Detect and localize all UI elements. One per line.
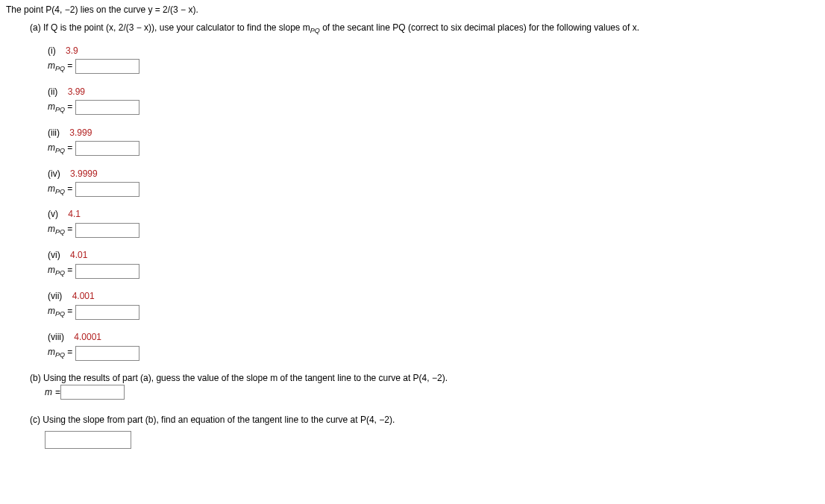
part-a-text: (a) If Q is the point (x, 2/(3 − x)), us…: [30, 22, 310, 33]
part-c-text: (c) Using the slope from part (b), find …: [30, 413, 819, 426]
item-i: (i) 3.9 mPQ =: [48, 44, 819, 75]
item-vi: (vi) 4.01 mPQ =: [48, 248, 819, 279]
mpq-label: mPQ =: [48, 141, 72, 157]
roman-numeral: (vii): [48, 291, 62, 301]
item-iv: (iv) 3.9999 mPQ =: [48, 167, 819, 198]
part-c: (c) Using the slope from part (b), find …: [30, 413, 819, 449]
mpq-line: mPQ =: [48, 222, 819, 238]
answer-input-v[interactable]: [75, 223, 139, 238]
x-value: 3.99: [68, 86, 85, 97]
item-label: (vi) 4.01: [48, 248, 819, 262]
mpq-label: mPQ =: [48, 263, 72, 279]
part-c-input-wrap: [45, 431, 819, 449]
roman-numeral: (vi): [48, 250, 60, 260]
item-vii: (vii) 4.001 mPQ =: [48, 289, 819, 320]
part-a-tail: of the secant line PQ (correct to six de…: [320, 22, 639, 33]
mpq-line: mPQ =: [48, 263, 819, 279]
mpq-line: mPQ =: [48, 100, 819, 116]
m-line: m =: [45, 385, 819, 400]
part-b-text: (b) Using the results of part (a), guess…: [30, 371, 819, 385]
item-label: (ii) 3.99: [48, 85, 819, 98]
part-a-prompt: (a) If Q is the point (x, 2/(3 − x)), us…: [30, 21, 819, 37]
x-value: 4.0001: [74, 332, 101, 342]
answer-input-viii[interactable]: [75, 346, 139, 361]
x-value: 4.01: [70, 250, 87, 260]
mpq-line: mPQ =: [48, 182, 819, 198]
answer-input-vi[interactable]: [75, 264, 139, 279]
x-value: 3.999: [69, 127, 92, 138]
roman-numeral: (v): [48, 209, 58, 219]
answer-input-ii[interactable]: [75, 100, 139, 115]
roman-numeral: (viii): [48, 332, 64, 342]
roman-numeral: (iii): [48, 127, 60, 138]
mpq-line: mPQ =: [48, 304, 819, 320]
m-label: m: [45, 385, 52, 399]
item-label: (viii) 4.0001: [48, 330, 819, 344]
answer-input-iv[interactable]: [75, 182, 139, 197]
item-v: (v) 4.1 mPQ =: [48, 207, 819, 238]
x-value: 4.1: [68, 209, 81, 219]
answer-input-vii[interactable]: [75, 305, 139, 320]
item-viii: (viii) 4.0001 mPQ =: [48, 330, 819, 361]
answer-input-m[interactable]: [60, 385, 125, 400]
mpq-label: mPQ =: [48, 59, 72, 75]
part-a-sub: PQ: [310, 27, 320, 34]
x-value: 3.9999: [70, 168, 98, 179]
part-b: (b) Using the results of part (a), guess…: [30, 371, 819, 400]
item-label: (iii) 3.999: [48, 126, 819, 139]
mpq-label: mPQ =: [48, 345, 72, 361]
problem-intro: The point P(4, −2) lies on the curve y =…: [6, 3, 819, 16]
mpq-label: mPQ =: [48, 304, 72, 320]
mpq-label: mPQ =: [48, 182, 72, 198]
answer-input-iii[interactable]: [75, 141, 139, 156]
eq-sign: =: [55, 385, 60, 399]
answer-input-tangent[interactable]: [45, 431, 131, 449]
mpq-label: mPQ =: [48, 100, 72, 116]
item-iii: (iii) 3.999 mPQ =: [48, 126, 819, 157]
item-label: (vii) 4.001: [48, 289, 819, 303]
mpq-line: mPQ =: [48, 141, 819, 157]
mpq-line: mPQ =: [48, 59, 819, 75]
item-label: (iv) 3.9999: [48, 167, 819, 180]
item-ii: (ii) 3.99 mPQ =: [48, 85, 819, 116]
items-container: (i) 3.9 mPQ = (ii) 3.99 mPQ = (iii) 3.99…: [48, 44, 819, 361]
item-label: (v) 4.1: [48, 207, 819, 221]
item-label: (i) 3.9: [48, 44, 819, 57]
roman-numeral: (ii): [48, 86, 57, 97]
answer-input-i[interactable]: [75, 59, 139, 74]
roman-numeral: (i): [48, 45, 56, 56]
x-value: 3.9: [66, 45, 78, 56]
x-value: 4.001: [72, 291, 95, 301]
intro-text: The point P(4, −2) lies on the curve y =…: [6, 4, 198, 15]
roman-numeral: (iv): [48, 168, 60, 179]
mpq-line: mPQ =: [48, 345, 819, 361]
mpq-label: mPQ =: [48, 222, 72, 238]
